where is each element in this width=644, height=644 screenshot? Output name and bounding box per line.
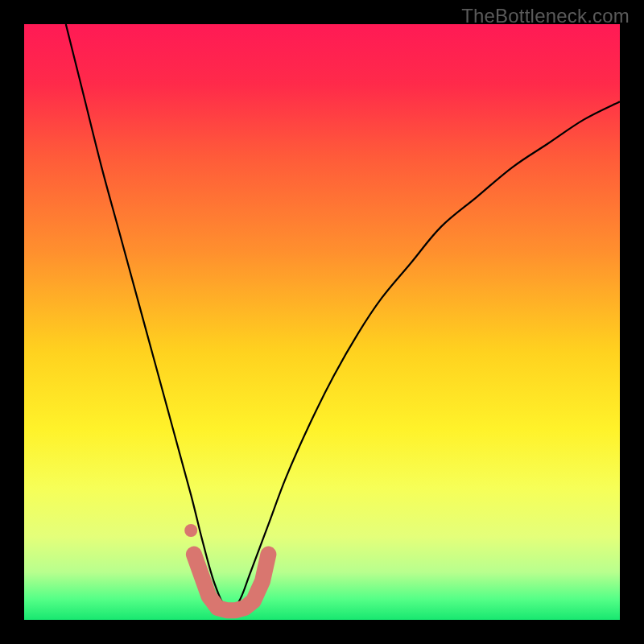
- watermark-text: TheBottleneck.com: [461, 5, 630, 27]
- bottleneck-curve: [66, 24, 620, 609]
- outer-frame: TheBottleneck.com: [0, 0, 644, 644]
- plot-area: [24, 24, 620, 620]
- svg-point-1: [184, 524, 197, 537]
- chart-svg: [24, 24, 620, 620]
- highlight-markers: [184, 524, 268, 610]
